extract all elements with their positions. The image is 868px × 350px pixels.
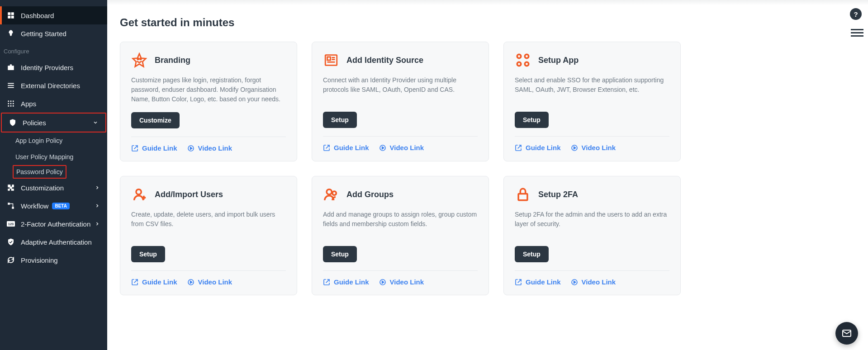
chevron-down-icon <box>92 119 99 126</box>
user-plus-icon <box>131 186 147 203</box>
sidebar-item-policies[interactable]: Policies <box>1 113 106 132</box>
sidebar-item-workflow[interactable]: Workflow BETA <box>0 197 107 215</box>
page-title: Get started in minutes <box>120 16 850 29</box>
link-label: Video Link <box>390 144 424 151</box>
group-icon <box>323 186 339 203</box>
svg-point-45 <box>332 191 337 195</box>
sidebar-item-apps[interactable]: Apps <box>0 95 107 113</box>
sidebar-item-label: External Directories <box>21 82 80 90</box>
sidebar-subitem-user-policy-mapping[interactable]: User Policy Mapping <box>0 149 107 165</box>
external-link-icon <box>515 144 522 151</box>
sidebar-subitem-app-login-policy[interactable]: App Login Policy <box>0 132 107 149</box>
guide-link[interactable]: Guide Link <box>515 144 561 151</box>
external-link-icon <box>131 145 138 152</box>
svg-point-16 <box>13 105 14 107</box>
svg-point-33 <box>517 54 521 58</box>
star-icon <box>131 52 147 68</box>
setup-button[interactable]: Setup <box>515 112 549 128</box>
sidebar-item-provisioning[interactable]: Provisioning <box>0 251 107 269</box>
card-branding: Branding Customize pages like login, reg… <box>120 42 297 161</box>
shield-icon <box>8 118 17 127</box>
setup-button[interactable]: Setup <box>131 246 165 262</box>
video-link[interactable]: Video Link <box>571 144 616 151</box>
setup-button[interactable]: Setup <box>323 112 357 128</box>
svg-point-14 <box>8 105 9 107</box>
link-label: Video Link <box>582 278 616 286</box>
guide-link[interactable]: Guide Link <box>323 278 369 286</box>
svg-rect-2 <box>8 16 10 19</box>
video-link[interactable]: Video Link <box>187 278 232 286</box>
sidebar-item-adaptive-auth[interactable]: Adaptive Authentication <box>0 233 107 251</box>
svg-marker-21 <box>133 54 146 66</box>
svg-marker-47 <box>382 281 384 283</box>
video-link[interactable]: Video Link <box>571 278 616 286</box>
workflow-icon <box>6 201 15 210</box>
sidebar-item-external-directories[interactable]: External Directories <box>0 76 107 95</box>
guide-link[interactable]: Guide Link <box>131 278 177 286</box>
sidebar-subitem-password-policy[interactable]: Password Policy <box>13 165 66 179</box>
guide-link[interactable]: Guide Link <box>131 144 177 152</box>
mail-fab[interactable] <box>835 322 858 345</box>
card-desc: Connect with an Identity Provider using … <box>323 76 478 104</box>
help-button[interactable]: ? <box>850 8 862 20</box>
card-add-groups: Add Groups Add and manage groups to assi… <box>312 176 489 295</box>
sidebar-section-label: Configure <box>0 43 107 58</box>
card-title: Add Groups <box>346 190 394 199</box>
svg-point-11 <box>8 103 9 104</box>
card-title: Add Identity Source <box>346 56 423 65</box>
card-title: Setup 2FA <box>538 190 578 199</box>
sidebar-item-label: Getting Started <box>21 30 66 38</box>
sidebar-item-dashboard[interactable]: Dashboard <box>0 6 107 24</box>
guide-link[interactable]: Guide Link <box>323 144 369 151</box>
svg-rect-27 <box>327 57 331 60</box>
svg-point-10 <box>13 100 14 102</box>
link-label: Video Link <box>390 278 424 286</box>
svg-point-15 <box>10 105 12 107</box>
svg-point-12 <box>10 103 12 104</box>
setup-button[interactable]: Setup <box>323 246 357 262</box>
sidebar-item-customization[interactable]: Customization <box>0 179 107 197</box>
dashboard-icon <box>6 11 15 20</box>
card-title: Add/Import Users <box>155 190 223 199</box>
sidebar-item-getting-started[interactable]: Getting Started <box>0 24 107 43</box>
svg-point-36 <box>525 62 529 66</box>
mail-icon <box>841 328 852 339</box>
sidebar-item-label: Policies <box>23 119 46 127</box>
svg-marker-50 <box>574 281 575 283</box>
svg-rect-17 <box>8 203 10 205</box>
sidebar-item-label: Apps <box>21 100 36 108</box>
link-label: Guide Link <box>142 144 177 152</box>
chevron-right-icon <box>94 202 101 209</box>
card-title: Branding <box>155 56 190 65</box>
svg-point-22 <box>138 58 139 60</box>
puzzle-icon <box>6 183 15 192</box>
card-add-import-users: Add/Import Users Create, update, delete … <box>120 176 297 295</box>
svg-rect-3 <box>11 16 14 19</box>
card-desc: Select and enable SSO for the applicatio… <box>515 76 669 104</box>
customize-button[interactable]: Customize <box>131 112 180 128</box>
play-circle-icon <box>571 279 578 286</box>
video-link[interactable]: Video Link <box>379 144 424 151</box>
link-label: Guide Link <box>334 278 369 286</box>
card-setup-2fa: Setup 2FA Setup 2FA for the admin and th… <box>503 176 681 295</box>
menu-toggle[interactable] <box>851 27 863 38</box>
link-label: Video Link <box>198 144 232 152</box>
svg-marker-38 <box>574 147 575 149</box>
svg-point-9 <box>10 100 12 102</box>
link-label: Guide Link <box>526 278 561 286</box>
video-link[interactable]: Video Link <box>187 144 232 152</box>
svg-marker-32 <box>382 147 384 149</box>
guide-link[interactable]: Guide Link <box>515 278 561 286</box>
video-link[interactable]: Video Link <box>379 278 424 286</box>
card-desc: Add and manage groups to assign roles, g… <box>323 210 478 238</box>
main-content: Get started in minutes Branding Customiz… <box>107 0 868 350</box>
svg-point-35 <box>517 62 521 66</box>
setup-button[interactable]: Setup <box>515 246 549 262</box>
svg-point-39 <box>136 189 141 194</box>
rocket-icon <box>6 29 15 38</box>
sidebar-item-label: Identity Providers <box>21 64 73 71</box>
sidebar-item-identity-providers[interactable]: Identity Providers <box>0 58 107 76</box>
svg-rect-1 <box>11 12 14 15</box>
sidebar-item-label: Provisioning <box>21 256 58 264</box>
sidebar-item-2fa[interactable]: 123 2-Factor Authentication <box>0 215 107 233</box>
